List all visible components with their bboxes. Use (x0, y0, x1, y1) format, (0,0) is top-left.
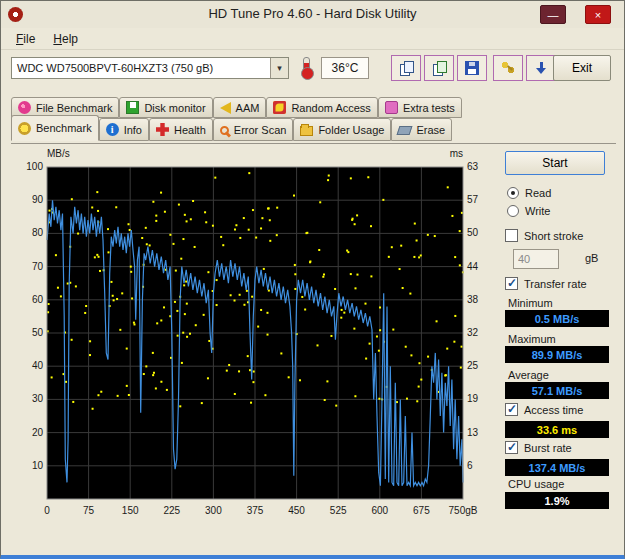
read-radio[interactable] (507, 187, 519, 199)
benchmark-chart: 1009080706050403020106357504438322519136… (15, 147, 490, 539)
copy-text-icon (432, 61, 446, 75)
svg-text:30: 30 (32, 393, 44, 404)
tab-benchmark[interactable]: Benchmark (11, 115, 99, 141)
save-button[interactable] (457, 55, 487, 81)
tab-health[interactable]: Health (149, 118, 213, 141)
tab-label: Folder Usage (318, 124, 384, 136)
tab-folder-usage[interactable]: Folder Usage (293, 118, 391, 141)
license-keys-button[interactable] (493, 55, 523, 81)
tab-label: File Benchmark (36, 102, 112, 114)
tab-error-scan[interactable]: Error Scan (213, 118, 294, 141)
svg-text:38: 38 (467, 294, 479, 305)
svg-text:90: 90 (32, 194, 44, 205)
svg-text:525: 525 (330, 505, 347, 516)
aam-icon (220, 102, 231, 114)
access-time-row[interactable]: Access time (505, 403, 583, 416)
burst-rate-row[interactable]: Burst rate (505, 441, 572, 454)
copy-image-button[interactable] (391, 55, 421, 81)
svg-text:600: 600 (371, 505, 388, 516)
copy-text-button[interactable] (424, 55, 454, 81)
read-label: Read (525, 187, 551, 199)
menu-file[interactable]: File (7, 30, 44, 48)
minimize-icon: — (548, 9, 559, 21)
tab-label: Erase (416, 124, 445, 136)
cpu-usage-label: CPU usage (508, 478, 564, 490)
short-stroke-unit: gB (585, 252, 598, 264)
maximum-label: Maximum (508, 333, 556, 345)
save-icon (465, 61, 479, 75)
write-radio[interactable] (507, 205, 519, 217)
svg-text:60: 60 (32, 294, 44, 305)
write-label: Write (525, 205, 550, 217)
svg-text:225: 225 (163, 505, 180, 516)
svg-text:57: 57 (467, 194, 479, 205)
access-time-checkbox[interactable] (505, 403, 518, 416)
menu-help-accel: H (53, 32, 62, 46)
tab-info[interactable]: Info (99, 118, 149, 141)
svg-text:0: 0 (44, 505, 50, 516)
thermometer-icon (303, 57, 310, 76)
tab-label: AAM (236, 102, 260, 114)
svg-text:50: 50 (467, 227, 479, 238)
svg-text:450: 450 (288, 505, 305, 516)
exit-button[interactable]: Exit (553, 55, 611, 81)
info-icon (106, 123, 119, 136)
menu-bar: File Help (1, 28, 624, 50)
short-stroke-input[interactable] (513, 249, 559, 269)
minimum-value: 0.5 MB/s (505, 310, 609, 327)
short-stroke-label: Short stroke (524, 230, 583, 242)
hd-tune-window: HD Tune Pro 4.60 - Hard Disk Utility — ×… (0, 0, 625, 559)
download-arrow-icon (534, 61, 548, 75)
tab-erase[interactable]: Erase (391, 118, 452, 141)
tab-extra-tests[interactable]: Extra tests (378, 97, 462, 118)
svg-text:100: 100 (26, 161, 43, 172)
transfer-rate-row[interactable]: Transfer rate (505, 277, 587, 290)
tab-aam[interactable]: AAM (213, 97, 267, 118)
svg-text:13: 13 (467, 427, 479, 438)
svg-text:70: 70 (32, 261, 44, 272)
chevron-down-icon[interactable]: ▾ (270, 58, 288, 78)
svg-text:50: 50 (32, 327, 44, 338)
short-stroke-checkbox[interactable] (505, 229, 518, 242)
close-button[interactable]: × (585, 5, 611, 24)
svg-text:10: 10 (32, 460, 44, 471)
svg-text:150: 150 (122, 505, 139, 516)
tab-disk-monitor[interactable]: Disk monitor (119, 97, 212, 118)
file-benchmark-icon (18, 101, 31, 114)
window-title: HD Tune Pro 4.60 - Hard Disk Utility (1, 6, 624, 21)
tab-random-access[interactable]: Random Access (266, 97, 377, 118)
svg-text:44: 44 (467, 261, 479, 272)
short-stroke-row[interactable]: Short stroke (505, 229, 583, 242)
tab-label: Benchmark (36, 122, 92, 134)
svg-text:375: 375 (247, 505, 264, 516)
menu-help-rest: elp (62, 32, 78, 46)
error-scan-icon (220, 126, 229, 135)
drive-selector[interactable]: WDC WD7500BPVT-60HXZT3 (750 gB) ▾ (11, 57, 289, 79)
tab-label: Health (174, 124, 206, 136)
write-radio-row[interactable]: Write (507, 205, 550, 217)
svg-text:20: 20 (32, 427, 44, 438)
transfer-rate-checkbox[interactable] (505, 277, 518, 290)
start-button[interactable]: Start (505, 151, 605, 175)
svg-text:750gB: 750gB (449, 505, 478, 516)
transfer-rate-label: Transfer rate (524, 278, 587, 290)
svg-text:300: 300 (205, 505, 222, 516)
svg-text:19: 19 (467, 393, 479, 404)
close-icon: × (595, 9, 601, 21)
minimize-button[interactable]: — (540, 5, 566, 24)
cpu-usage-value: 1.9% (505, 492, 609, 509)
tab-label: Info (124, 124, 142, 136)
drive-selector-value: WDC WD7500BPVT-60HXZT3 (750 gB) (12, 62, 270, 74)
keys-icon (501, 61, 515, 75)
svg-text:75: 75 (83, 505, 95, 516)
tab-label: Disk monitor (144, 102, 205, 114)
read-radio-row[interactable]: Read (507, 187, 551, 199)
menu-file-rest: ile (23, 32, 35, 46)
menu-help[interactable]: Help (44, 30, 87, 48)
download-update-button[interactable] (526, 55, 556, 81)
benchmark-icon (18, 122, 31, 135)
random-access-icon (273, 101, 286, 114)
maximum-value: 89.9 MB/s (505, 346, 609, 363)
burst-rate-checkbox[interactable] (505, 441, 518, 454)
disk-monitor-icon (126, 101, 139, 114)
